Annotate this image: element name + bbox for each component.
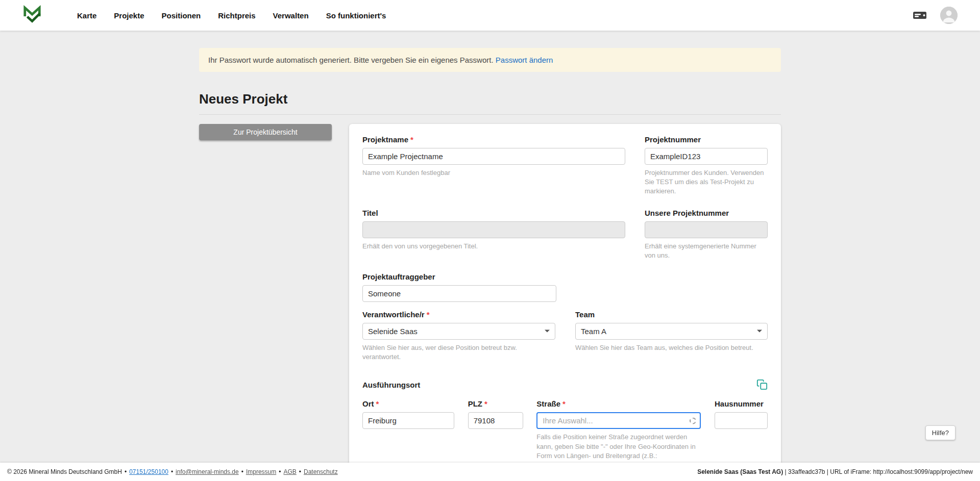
footer-left: © 2026 Mineral Minds Deutschland GmbH • … bbox=[7, 468, 338, 475]
mineral-minds-logo-icon bbox=[22, 5, 42, 26]
field-hausnummer: Hausnummer bbox=[715, 399, 768, 429]
nav-item-verwalten[interactable]: Verwalten bbox=[264, 11, 317, 20]
main-content: Ihr Passwort wurde automatisch generiert… bbox=[0, 31, 980, 481]
footer-user: Selenide Saas (Saas Test AG) bbox=[697, 468, 783, 475]
field-unsere-projektnummer: Unsere Projektnummer Erhält eine systemg… bbox=[645, 209, 768, 260]
field-strasse: Straße* bbox=[536, 399, 701, 429]
field-projektauftraggeber: Projektauftraggeber bbox=[362, 272, 556, 302]
team-select[interactable]: Team A bbox=[575, 323, 768, 340]
strasse-input[interactable] bbox=[536, 412, 701, 429]
navbar: Karte Projekte Positionen Richtpreis Ver… bbox=[0, 0, 980, 31]
footer-impressum-link[interactable]: Impressum bbox=[246, 468, 276, 475]
unsere-projektnummer-input bbox=[645, 221, 768, 238]
footer: © 2026 Mineral Minds Deutschland GmbH • … bbox=[0, 463, 980, 481]
verantwortliche-label: Verantwortliche/r* bbox=[362, 310, 555, 319]
navbar-right bbox=[913, 7, 958, 24]
footer-separator: • bbox=[299, 468, 301, 475]
field-projektnummer: Projektnummer Projektnummer des Kunden. … bbox=[645, 135, 768, 196]
titel-input bbox=[362, 221, 625, 238]
field-team: Team Team A Wählen Sie hier das Team aus… bbox=[575, 310, 768, 362]
avatar-icon bbox=[940, 7, 958, 24]
footer-session-info: Selenide Saas (Saas Test AG) | 33affeadc… bbox=[697, 468, 973, 475]
ort-input[interactable] bbox=[362, 412, 454, 429]
loading-spinner-icon bbox=[690, 417, 696, 424]
projektname-input[interactable] bbox=[362, 148, 625, 165]
server-icon[interactable] bbox=[913, 10, 927, 21]
field-verantwortliche: Verantwortliche/r* Selenide Saas Wählen … bbox=[362, 310, 555, 362]
nav-item-karte[interactable]: Karte bbox=[68, 11, 105, 20]
team-selected-value: Team A bbox=[581, 327, 606, 336]
copy-icon[interactable] bbox=[756, 379, 768, 390]
projektauftraggeber-label: Projektauftraggeber bbox=[362, 272, 556, 281]
required-marker: * bbox=[562, 399, 566, 408]
footer-separator: • bbox=[241, 468, 243, 475]
field-titel: Titel Erhält den von uns vorgegebenen Ti… bbox=[362, 209, 625, 260]
projektname-label: Projektname* bbox=[362, 135, 625, 144]
footer-phone-link[interactable]: 07151/250100 bbox=[129, 468, 168, 475]
nav-item-positionen[interactable]: Positionen bbox=[153, 11, 210, 20]
plz-label: PLZ* bbox=[468, 399, 523, 408]
nav-item-projekte[interactable]: Projekte bbox=[105, 11, 153, 20]
chevron-down-icon bbox=[757, 330, 762, 333]
projektname-helper: Name vom Kunden festlegbar bbox=[362, 168, 625, 178]
plz-input[interactable] bbox=[468, 412, 523, 429]
verantwortliche-select[interactable]: Selenide Saas bbox=[362, 323, 555, 340]
nav-item-richtpreis[interactable]: Richtpreis bbox=[209, 11, 264, 20]
titel-label: Titel bbox=[362, 209, 625, 217]
footer-agb-link[interactable]: AGB bbox=[283, 468, 296, 475]
projektnummer-helper: Projektnummer des Kunden. Verwenden Sie … bbox=[645, 168, 768, 196]
project-overview-button[interactable]: Zur Projektübersicht bbox=[199, 124, 332, 140]
unsere-projektnummer-label: Unsere Projektnummer bbox=[645, 209, 768, 217]
nav-item-so-funktionierts[interactable]: So funktioniert's bbox=[317, 11, 395, 20]
new-project-form-card: Projektname* Name vom Kunden festlegbar … bbox=[349, 124, 781, 481]
projektauftraggeber-input[interactable] bbox=[362, 285, 556, 302]
team-label: Team bbox=[575, 310, 768, 319]
verantwortliche-selected-value: Selenide Saas bbox=[368, 327, 418, 336]
section-title-ausfuehrungsort: Ausführungsort bbox=[362, 381, 420, 389]
hausnummer-input[interactable] bbox=[715, 412, 768, 429]
footer-separator: • bbox=[279, 468, 281, 475]
field-projektname: Projektname* Name vom Kunden festlegbar bbox=[362, 135, 625, 196]
help-button[interactable]: Hilfe? bbox=[925, 425, 955, 440]
footer-copyright: © 2026 Mineral Minds Deutschland GmbH bbox=[7, 468, 122, 475]
footer-session-details: | 33affeadc37b | URL of iFrame: http://l… bbox=[783, 468, 973, 475]
ort-label: Ort* bbox=[362, 399, 454, 408]
footer-datenschutz-link[interactable]: Datenschutz bbox=[304, 468, 338, 475]
field-ort: Ort* bbox=[362, 399, 454, 429]
hausnummer-label: Hausnummer bbox=[715, 399, 768, 408]
user-avatar[interactable] bbox=[940, 7, 958, 24]
footer-separator: • bbox=[171, 468, 173, 475]
required-marker: * bbox=[427, 310, 430, 319]
alert-message: Ihr Passwort wurde automatisch generiert… bbox=[208, 56, 494, 64]
footer-separator: • bbox=[125, 468, 127, 475]
page-title: Neues Projekt bbox=[199, 91, 781, 107]
required-marker: * bbox=[410, 135, 413, 144]
projektnummer-label: Projektnummer bbox=[645, 135, 768, 144]
projektnummer-input[interactable] bbox=[645, 148, 768, 165]
required-marker: * bbox=[484, 399, 487, 408]
logo[interactable] bbox=[22, 5, 42, 26]
chevron-down-icon bbox=[545, 330, 550, 333]
team-helper: Wählen Sie hier das Team aus, welches di… bbox=[575, 343, 768, 352]
titel-helper: Erhält den von uns vorgegebenen Titel. bbox=[362, 242, 625, 251]
main-navigation: Karte Projekte Positionen Richtpreis Ver… bbox=[68, 11, 395, 20]
footer-email-link[interactable]: info@mineral-minds.de bbox=[176, 468, 239, 475]
required-marker: * bbox=[376, 399, 379, 408]
password-alert: Ihr Passwort wurde automatisch generiert… bbox=[199, 48, 781, 72]
field-plz: PLZ* bbox=[468, 399, 523, 429]
title-divider bbox=[199, 114, 781, 115]
verantwortliche-helper: Wählen Sie hier aus, wer diese Position … bbox=[362, 343, 555, 362]
strasse-label: Straße* bbox=[536, 399, 701, 408]
change-password-link[interactable]: Passwort ändern bbox=[496, 56, 553, 64]
unsere-projektnummer-helper: Erhält eine systemgenerierte Nummer von … bbox=[645, 242, 768, 260]
